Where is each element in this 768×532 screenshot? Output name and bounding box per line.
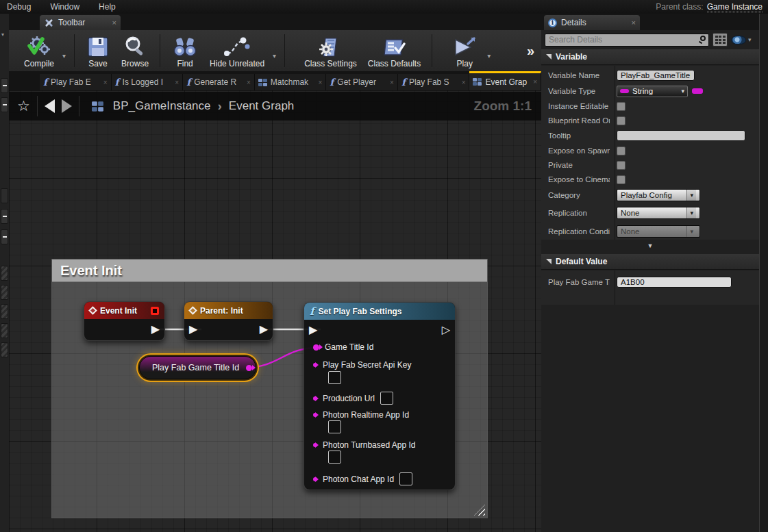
breadcrumb-root[interactable]: BP_GameInstance: [113, 99, 211, 113]
exec-out-pin[interactable]: ▶: [260, 324, 268, 335]
collapsed-tab[interactable]: [1, 304, 8, 319]
parent-class-link[interactable]: Game Instance: [707, 2, 763, 12]
private-checkbox[interactable]: [617, 161, 625, 170]
pin-photon-realtime[interactable]: Photon Realtime App Id: [304, 410, 409, 420]
node-set-playfab-settings[interactable]: f Set Play Fab Settings ▶ ▷ Game Title I…: [304, 302, 456, 490]
pin-secret-api-key[interactable]: Play Fab Secret Api Key: [304, 360, 411, 370]
resize-handle[interactable]: [474, 505, 485, 516]
visibility-filter-button[interactable]: ▾: [731, 36, 752, 45]
pin-value-input[interactable]: [328, 420, 341, 433]
close-icon[interactable]: ×: [103, 79, 108, 86]
section-header-default-value[interactable]: Default Value: [541, 254, 759, 270]
menu-window[interactable]: Window: [40, 0, 89, 14]
find-button[interactable]: Find: [166, 31, 204, 70]
details-tab[interactable]: i Details ×: [544, 15, 640, 30]
node-header[interactable]: f Set Play Fab Settings: [304, 303, 455, 320]
play-dropdown-icon[interactable]: ▾: [484, 52, 493, 60]
menu-debug[interactable]: Debug: [0, 0, 40, 14]
dock-caret-icon[interactable]: ▾: [1, 31, 4, 38]
pin-icon[interactable]: [313, 477, 317, 481]
class-defaults-button[interactable]: Class Defaults: [362, 31, 426, 70]
collapsed-tab[interactable]: [1, 266, 8, 281]
play-button[interactable]: Play: [445, 31, 484, 70]
breakpoint-icon[interactable]: [151, 307, 159, 315]
close-icon[interactable]: ×: [462, 79, 466, 86]
collapsed-tab[interactable]: [1, 78, 8, 93]
toolbar-overflow-icon[interactable]: »: [527, 43, 534, 59]
event-graph-canvas[interactable]: ☆ BP_GameInstance › Event Graph Zoom 1:1…: [9, 90, 541, 532]
tab-matchmaking[interactable]: Matchmak ×: [255, 74, 327, 90]
class-settings-button[interactable]: Class Settings: [299, 31, 362, 70]
expose-on-spawn-checkbox[interactable]: [617, 147, 625, 155]
pin-icon[interactable]: [313, 344, 319, 351]
variable-name-input[interactable]: [617, 70, 695, 81]
tooltip-input[interactable]: [617, 130, 745, 141]
close-icon[interactable]: ×: [112, 18, 116, 27]
browse-button[interactable]: Browse: [116, 31, 154, 70]
default-game-title-id-input[interactable]: [617, 277, 732, 288]
node-event-init[interactable]: Event Init ▶: [84, 301, 165, 341]
instance-editable-checkbox[interactable]: [617, 102, 625, 111]
container-type-pill-button[interactable]: [692, 88, 703, 94]
pin-value-input[interactable]: [399, 472, 412, 485]
close-icon[interactable]: ×: [318, 79, 322, 86]
category-dropdown[interactable]: Playfab Config ▾: [617, 189, 700, 201]
exec-out-pin[interactable]: ▶: [151, 324, 160, 335]
tab-is-logged-in[interactable]: f Is Logged I ×: [112, 74, 184, 90]
replication-dropdown[interactable]: None ▾: [617, 207, 700, 219]
blueprint-read-only-checkbox[interactable]: [617, 116, 625, 125]
section-header-variable[interactable]: Variable: [541, 49, 759, 65]
collapsed-tab[interactable]: [1, 209, 8, 224]
close-icon[interactable]: ×: [632, 18, 636, 27]
pin-icon[interactable]: [313, 363, 317, 367]
pin-icon[interactable]: [313, 396, 317, 401]
hide-unrelated-button[interactable]: Hide Unrelated: [204, 31, 270, 70]
pin-icon[interactable]: [313, 443, 317, 447]
exec-out-pin[interactable]: ▷: [442, 325, 450, 335]
variable-type-dropdown[interactable]: String ▾: [617, 86, 688, 97]
exec-in-pin[interactable]: ▶: [189, 324, 197, 335]
collapsed-tab[interactable]: [1, 323, 8, 338]
tab-get-player[interactable]: f Get Player ×: [326, 74, 398, 90]
pin-photon-turnbased[interactable]: Photon Turnbased App Id: [304, 440, 415, 450]
tab-event-graph[interactable]: Event Grap ×: [469, 71, 541, 90]
view-options-grid-icon[interactable]: [713, 33, 728, 47]
node-header[interactable]: Event Init: [84, 302, 164, 319]
pin-value-input[interactable]: [328, 371, 341, 384]
collapsed-tab[interactable]: [1, 97, 8, 112]
tab-play-fab-s[interactable]: f Play Fab S ×: [398, 74, 470, 90]
breadcrumb-leaf[interactable]: Event Graph: [229, 99, 294, 113]
save-button[interactable]: Save: [80, 31, 116, 70]
comment-header[interactable]: Event Init: [52, 259, 487, 282]
toolbar-tab[interactable]: Toolbar ×: [40, 15, 121, 30]
search-details-input[interactable]: [545, 34, 709, 47]
tab-generate-r[interactable]: f Generate R ×: [183, 74, 255, 90]
close-icon[interactable]: ×: [533, 78, 537, 86]
close-icon[interactable]: ×: [247, 79, 251, 86]
collapsed-tab[interactable]: [1, 342, 8, 357]
compile-dropdown-icon[interactable]: ▾: [60, 52, 69, 60]
pin-photon-chat[interactable]: Photon Chat App Id: [304, 472, 412, 485]
nav-forward-icon[interactable]: [62, 99, 72, 113]
pin-game-title-id[interactable]: Game Title Id: [304, 342, 373, 352]
collapsed-tab[interactable]: [1, 229, 8, 244]
close-icon[interactable]: ×: [390, 79, 394, 86]
pin-production-url[interactable]: Production Url: [304, 392, 393, 405]
nav-back-icon[interactable]: [45, 99, 55, 113]
exec-in-pin[interactable]: ▶: [309, 325, 317, 335]
menu-help[interactable]: Help: [89, 0, 125, 14]
node-parent-init[interactable]: Parent: Init ▶ ▶: [184, 301, 273, 341]
collapsed-tab[interactable]: [1, 188, 8, 203]
pin-icon[interactable]: [313, 413, 317, 417]
advanced-expander[interactable]: ▼: [541, 240, 759, 251]
node-getter-playfab-game-title-id[interactable]: Play Fab Game Title Id: [139, 356, 256, 379]
pin-value-input[interactable]: [380, 392, 393, 405]
bookmark-star-icon[interactable]: ☆: [17, 98, 30, 114]
close-icon[interactable]: ×: [175, 79, 179, 86]
tab-play-fab-e[interactable]: f Play Fab E ×: [40, 74, 112, 90]
hide-unrelated-dropdown-icon[interactable]: ▾: [270, 52, 279, 60]
expose-to-cinematics-checkbox[interactable]: [617, 175, 625, 184]
compile-button[interactable]: Compile: [18, 31, 60, 70]
collapsed-tab[interactable]: [1, 285, 8, 300]
node-header[interactable]: Parent: Init: [184, 302, 273, 319]
